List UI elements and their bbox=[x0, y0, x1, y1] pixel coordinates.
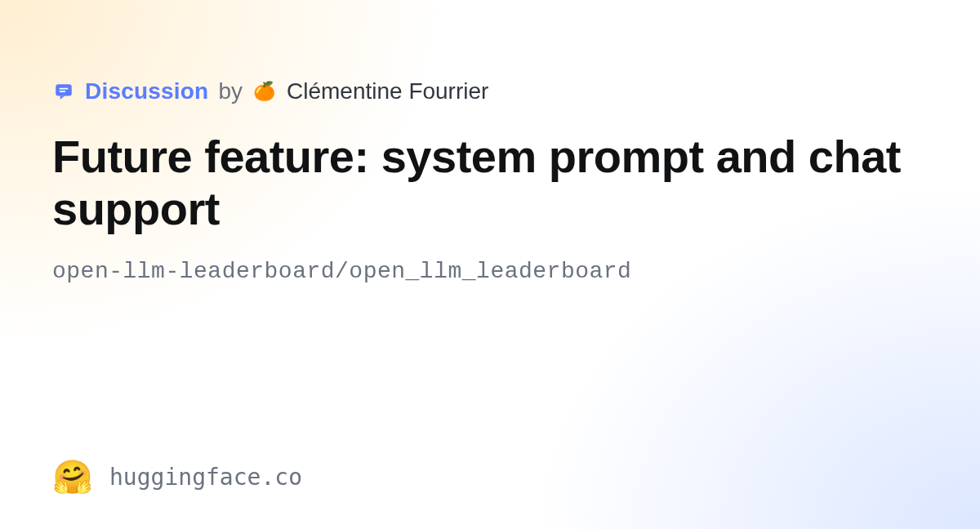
discussion-label: Discussion bbox=[85, 78, 208, 104]
author-avatar: 🍊 bbox=[252, 79, 277, 104]
by-label: by bbox=[218, 78, 243, 104]
repo-path: open-llm-leaderboard/open_llm_leaderboar… bbox=[52, 259, 928, 284]
discussion-icon bbox=[52, 80, 75, 103]
footer: 🤗 huggingface.co bbox=[52, 460, 302, 493]
site-domain: huggingface.co bbox=[109, 464, 302, 491]
social-card: Discussion by 🍊 Clémentine Fourrier Futu… bbox=[0, 0, 980, 529]
svg-rect-2 bbox=[60, 91, 66, 92]
author-name: Clémentine Fourrier bbox=[287, 78, 488, 104]
meta-row: Discussion by 🍊 Clémentine Fourrier bbox=[52, 78, 928, 104]
svg-rect-0 bbox=[56, 84, 72, 96]
svg-rect-1 bbox=[60, 88, 69, 90]
discussion-title: Future feature: system prompt and chat s… bbox=[52, 131, 910, 236]
huggingface-logo-icon: 🤗 bbox=[52, 460, 93, 493]
